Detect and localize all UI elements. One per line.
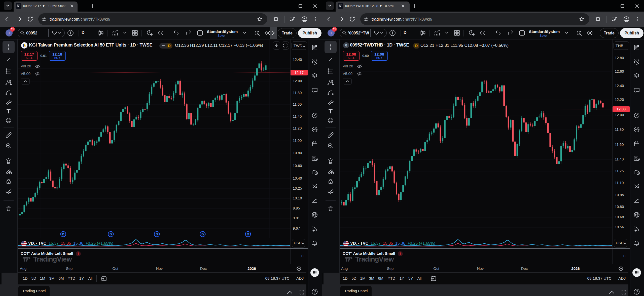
svg-text:D: D	[110, 232, 112, 236]
svg-text:D: D	[201, 232, 204, 236]
svg-text:D: D	[62, 232, 64, 236]
svg-text:D: D	[247, 232, 249, 236]
svg-text:D: D	[156, 232, 158, 236]
